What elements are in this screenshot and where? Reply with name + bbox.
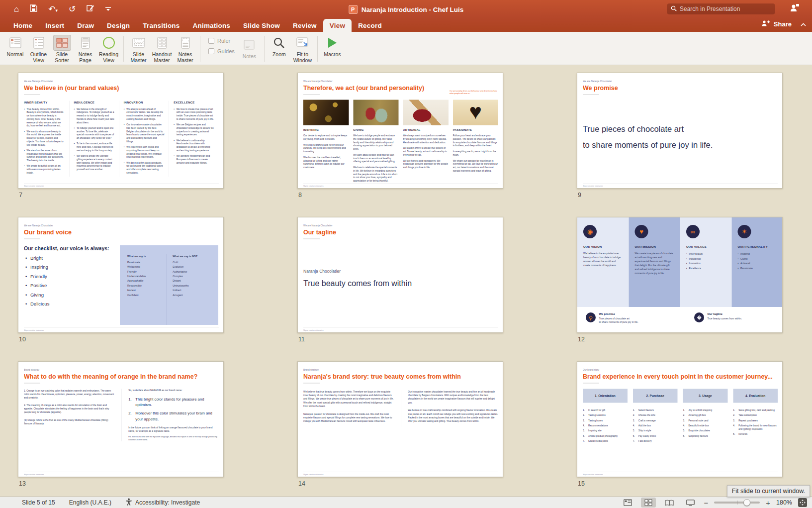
slide-thumbnail-15[interactable]: Our brand story Brand experience in ever…: [577, 361, 783, 477]
list-item: Untrustworthy: [173, 283, 212, 288]
journey-step-list: Joy to unfold wrappingAmazing gift boxPe…: [683, 408, 728, 438]
list-item: We stand out because of our imaginative …: [24, 149, 65, 162]
handout-master-button[interactable]: Handout Master: [150, 34, 174, 64]
tab-transitions[interactable]: Transitions: [136, 19, 186, 32]
slide-thumbnail-14[interactable]: Brand strategy Naranja's brand story: tr…: [297, 361, 503, 477]
zoom-slider[interactable]: [714, 502, 760, 504]
list-item: Responsible: [127, 283, 167, 288]
slide-thumbnail-7[interactable]: We are Naranja Chocolatier We believe in…: [18, 73, 224, 189]
list-item: In everything we do, we act right from t…: [453, 150, 498, 156]
zoom-label: Zoom: [272, 52, 286, 58]
list-item: Cold: [173, 260, 212, 264]
slide-thumbnail-11[interactable]: We are Naranja Chocolatier Our tagline N…: [297, 217, 503, 333]
share-button[interactable]: Share: [774, 20, 792, 28]
list-item: Select flavours: [633, 408, 678, 412]
list-item: Honest: [127, 288, 167, 292]
list-item: To indulge yourself and to spoil one ano…: [74, 126, 114, 140]
tab-design[interactable]: Design: [100, 19, 136, 32]
slide-number-12: 12: [578, 336, 585, 343]
tab-review[interactable]: Review: [286, 19, 323, 32]
ribbon: Normal Outline View Slide Sorter Notes P…: [0, 32, 812, 65]
tab-insert[interactable]: Insert: [39, 19, 71, 32]
reading-view-toggle[interactable]: [662, 498, 677, 508]
collapse-ribbon-icon[interactable]: [801, 20, 806, 28]
brand-name: Naranja Chocolatier: [303, 269, 498, 274]
document-title: Naranja Introduction - Chef Luis: [361, 6, 464, 13]
redo-icon[interactable]: ↺: [69, 5, 76, 13]
slide-thumbnail-12[interactable]: ◉ OUR VISION We believe in the exquisite…: [577, 217, 783, 333]
accessibility-icon: [125, 498, 132, 507]
slide-sorter-toggle[interactable]: [641, 498, 656, 508]
card-bullets: InspiringGivingArtisanalPassionate: [738, 251, 778, 271]
list-item: Understandable: [127, 274, 167, 278]
macros-icon: [323, 35, 341, 51]
slide-thumbnail-13[interactable]: Brand strategy What to do with the meani…: [18, 361, 224, 477]
macros-button[interactable]: Macros: [321, 34, 344, 64]
list-item: Inspiring: [738, 251, 778, 256]
presenter-icon[interactable]: [790, 3, 799, 14]
tab-animations[interactable]: Animations: [186, 19, 237, 32]
search-box[interactable]: [667, 3, 775, 14]
list-item: Surprising flavours: [683, 434, 728, 437]
accessibility-status[interactable]: Accessibility: Investigate: [125, 498, 200, 507]
status-bar: Slide 5 of 15 English (U.A.E.) Accessibi…: [0, 497, 812, 508]
list-item: Beautiful inside box: [683, 424, 728, 427]
customize-toolbar-icon[interactable]: [105, 4, 111, 13]
share-area: Share: [761, 20, 806, 28]
slide-sorter-button[interactable]: Slide Sorter: [50, 34, 74, 64]
language-label[interactable]: English (U.A.E.): [69, 499, 111, 506]
edit-icon[interactable]: [87, 4, 94, 14]
journey-step-list: Save gifting box, card and packingTake s…: [733, 408, 778, 436]
zoom-out-button[interactable]: −: [704, 499, 708, 507]
slide-kicker: We are Naranja Chocolatier: [24, 224, 219, 227]
fit-to-window-button[interactable]: Fit to Window: [291, 34, 314, 64]
list-item: We want to show more beauty in this worl…: [24, 129, 65, 146]
vision-card: ◉ OUR VISION We believe in the exquisite…: [577, 217, 629, 307]
list-item: 2. The meaning of orange as a color also…: [24, 404, 114, 414]
list-item: Exclusive: [173, 265, 212, 269]
slideshow-toggle[interactable]: [683, 498, 698, 508]
zoom-in-button[interactable]: +: [766, 499, 770, 507]
reading-view-label: Reading View: [97, 52, 120, 64]
fit-slide-to-window-button[interactable]: [798, 498, 807, 507]
slide-sorter-label: Slide Sorter: [50, 52, 74, 64]
zoom-button[interactable]: Zoom: [268, 34, 291, 64]
numbered-arguments: 1. Orange is an eye-catching color that …: [24, 389, 121, 441]
tab-draw[interactable]: Draw: [71, 19, 100, 32]
reading-view-button[interactable]: Reading View: [97, 34, 120, 64]
slide-kicker: Brand strategy: [303, 368, 498, 371]
tab-home[interactable]: Home: [7, 19, 39, 32]
slide-thumbnail-8[interactable]: We are Naranja Chocolatier Therefore, we…: [297, 73, 503, 189]
slide-10-content: We are Naranja Chocolatier Our brand voi…: [18, 217, 224, 333]
list-item: True pieces of chocolate art: [583, 124, 778, 134]
ribbon-separator: [264, 36, 265, 62]
notes-button[interactable]: Notes: [238, 34, 261, 64]
slide-thumbnail-10[interactable]: We are Naranja Chocolatier Our brand voi…: [18, 217, 224, 333]
normal-view-toggle[interactable]: [620, 498, 635, 508]
list-item: True beauty comes from within. Beauty is…: [24, 107, 65, 127]
zoom-level-label[interactable]: 180%: [776, 499, 792, 506]
search-input[interactable]: [680, 5, 771, 12]
slide-thumbnail-9[interactable]: We are Naranja Chocolatier We promise Tr…: [577, 73, 783, 189]
undo-icon[interactable]: ↶▾: [48, 5, 58, 13]
ruler-checkbox[interactable]: Ruler: [208, 38, 235, 44]
tab-slide-show[interactable]: Slide Show: [237, 19, 286, 32]
voice-panel: What we say isPassionateWelcomingFriendl…: [120, 245, 218, 325]
fit-to-window-icon: [293, 35, 311, 51]
notes-master-button[interactable]: Notes Master: [174, 34, 197, 64]
list-item: Craft a message: [633, 418, 678, 422]
normal-view-button[interactable]: Normal: [3, 34, 27, 64]
outline-view-label: Outline View: [27, 52, 50, 64]
outline-view-button[interactable]: Outline View: [27, 34, 50, 64]
heart-hands-photo: [453, 100, 498, 125]
guides-checkbox[interactable]: Guides: [208, 48, 235, 54]
notes-page-button[interactable]: Notes Page: [74, 34, 97, 64]
list-item: Inner beauty: [686, 251, 726, 256]
save-icon[interactable]: [30, 4, 37, 14]
slide-8-content: We are Naranja Chocolatier Therefore, we…: [298, 73, 503, 189]
slide-master-button[interactable]: Slide Master: [127, 34, 150, 64]
tab-view[interactable]: View: [323, 19, 352, 32]
home-icon[interactable]: ⌂: [14, 5, 19, 13]
tab-record[interactable]: Record: [352, 19, 388, 32]
zoom-slider-thumb[interactable]: [743, 499, 750, 506]
